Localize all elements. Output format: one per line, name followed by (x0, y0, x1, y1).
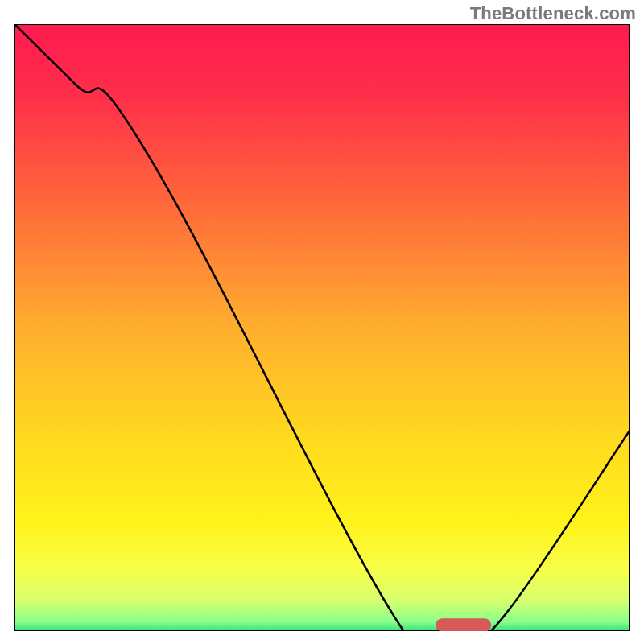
chart-frame: TheBottleneck.com (0, 0, 644, 644)
plot-area (14, 24, 630, 631)
watermark-text: TheBottleneck.com (470, 3, 636, 24)
optimal-marker (436, 618, 491, 631)
gradient-background (14, 24, 630, 631)
bottleneck-chart (14, 24, 630, 631)
